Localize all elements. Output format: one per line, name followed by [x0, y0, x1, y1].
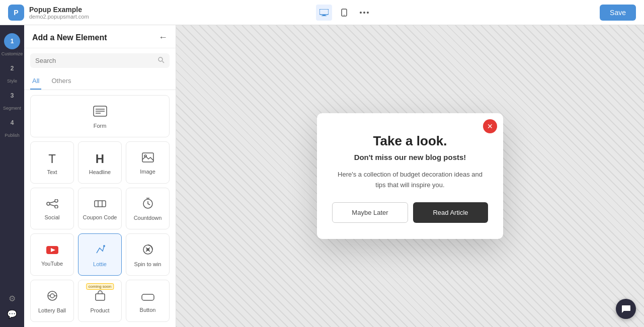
more-icon: [360, 12, 369, 14]
button-label: Button: [140, 307, 156, 313]
svg-point-4: [344, 15, 345, 16]
topbar-left: P Popup Example demo2.popupsmart.com: [8, 5, 89, 21]
step-3-group: 3 Segment: [3, 88, 21, 111]
element-text[interactable]: T Text: [30, 141, 74, 184]
element-tabs: All Others: [24, 73, 176, 90]
tab-others[interactable]: Others: [49, 73, 73, 90]
main-layout: 1 Customize 2 Style 3 Segment 4 Publish …: [0, 25, 644, 327]
save-button[interactable]: Save: [600, 5, 636, 21]
svg-rect-14: [142, 153, 153, 162]
svg-point-7: [367, 12, 369, 14]
text-icon: T: [48, 152, 56, 166]
countdown-icon: [142, 198, 153, 212]
app-logo: P: [8, 5, 24, 21]
svg-point-18: [55, 205, 58, 208]
element-lottie[interactable]: Lottie: [78, 233, 122, 276]
step-segment[interactable]: 3: [4, 88, 20, 104]
read-article-button[interactable]: Read Article: [413, 202, 488, 223]
step-publish-label: Publish: [5, 133, 20, 138]
svg-rect-1: [323, 15, 326, 16]
spin-to-win-icon: [142, 244, 153, 258]
image-icon: [142, 152, 154, 166]
step-4-group: 4 Publish: [4, 115, 20, 138]
element-panel: Add a New Element ← All Others Form T: [24, 25, 176, 327]
popup-buttons: Maybe Later Read Article: [332, 202, 488, 223]
settings-icon[interactable]: ⚙: [9, 294, 16, 303]
tab-all[interactable]: All: [30, 73, 41, 90]
device-switcher: [316, 5, 372, 21]
lottery-ball-icon: [47, 290, 58, 304]
element-countdown[interactable]: Countdown: [126, 188, 170, 230]
popup-name: Popup Example: [29, 6, 89, 14]
youtube-icon: [46, 244, 59, 258]
step-style[interactable]: 2: [4, 60, 20, 76]
svg-line-19: [50, 202, 55, 203]
element-social[interactable]: Social: [30, 188, 74, 230]
svg-rect-0: [319, 9, 329, 15]
element-spin-to-win[interactable]: Spin to win: [126, 233, 170, 276]
text-label: Text: [47, 169, 57, 175]
social-icon: [46, 198, 58, 211]
element-image[interactable]: Image: [126, 141, 170, 184]
button-icon: [141, 291, 154, 304]
svg-point-8: [158, 57, 163, 61]
search-bar: [30, 53, 170, 68]
svg-point-5: [360, 12, 362, 14]
panel-title: Add a New Element: [32, 33, 107, 42]
chat-sidebar-icon[interactable]: 💬: [7, 309, 17, 319]
headline-icon: H: [96, 152, 104, 166]
coupon-code-label: Coupon Code: [83, 214, 117, 220]
chat-button[interactable]: [616, 299, 636, 319]
countdown-label: Countdown: [134, 215, 162, 221]
element-button[interactable]: Button: [126, 280, 170, 322]
headline-label: Headline: [89, 169, 111, 175]
youtube-label: YouTube: [41, 261, 63, 267]
mobile-icon: [341, 9, 347, 17]
element-product[interactable]: coming soon Product: [78, 280, 122, 322]
search-icon: [157, 56, 165, 65]
step-style-label: Style: [7, 78, 17, 84]
element-youtube[interactable]: YouTube: [30, 233, 74, 276]
svg-line-9: [163, 61, 165, 63]
steps-sidebar: 1 Customize 2 Style 3 Segment 4 Publish …: [0, 25, 24, 327]
step-customize[interactable]: 1: [4, 33, 20, 49]
svg-point-34: [50, 294, 54, 298]
product-icon: [95, 290, 106, 304]
svg-rect-37: [96, 294, 105, 300]
popup-title: Take a look.: [332, 133, 488, 149]
step-publish[interactable]: 4: [4, 115, 20, 131]
element-lottery-ball[interactable]: Lottery Ball: [30, 280, 74, 322]
step-2-group: 2 Style: [4, 60, 20, 84]
lottie-label: Lottie: [93, 261, 107, 267]
back-button[interactable]: ←: [158, 32, 168, 43]
svg-rect-38: [142, 294, 154, 300]
popup-modal: ✕ Take a look. Don't miss our new blog p…: [317, 113, 503, 239]
chat-icon: [621, 304, 631, 313]
popup-close-button[interactable]: ✕: [483, 119, 497, 133]
element-coupon-code[interactable]: Coupon Code: [78, 188, 122, 230]
form-icon: [93, 106, 107, 120]
search-input[interactable]: [35, 57, 154, 64]
desktop-icon: [319, 9, 329, 16]
product-label: Product: [91, 307, 110, 313]
mobile-view-button[interactable]: [336, 5, 352, 21]
popup-domain: demo2.popupsmart.com: [29, 14, 89, 20]
step-customize-label: Customize: [2, 51, 23, 56]
element-headline[interactable]: H Headline: [78, 141, 122, 184]
step-1-group: 1 Customize: [2, 33, 23, 56]
step-segment-label: Segment: [3, 106, 21, 111]
popup-subtitle: Don't miss our new blog posts!: [332, 153, 488, 161]
svg-point-6: [363, 12, 365, 14]
lottery-ball-label: Lottery Ball: [38, 307, 66, 313]
social-label: Social: [45, 214, 60, 220]
panel-header: Add a New Element ←: [24, 25, 176, 48]
coupon-code-icon: [94, 198, 106, 211]
element-form[interactable]: Form: [30, 95, 170, 137]
maybe-later-button[interactable]: Maybe Later: [332, 202, 408, 223]
more-options-button[interactable]: [356, 5, 372, 21]
sidebar-bottom: ⚙ 💬: [7, 294, 17, 319]
desktop-view-button[interactable]: [316, 5, 332, 21]
elements-grid: Form T Text H Headline Image: [24, 90, 176, 327]
svg-point-28: [103, 245, 105, 247]
svg-rect-2: [321, 16, 327, 16]
